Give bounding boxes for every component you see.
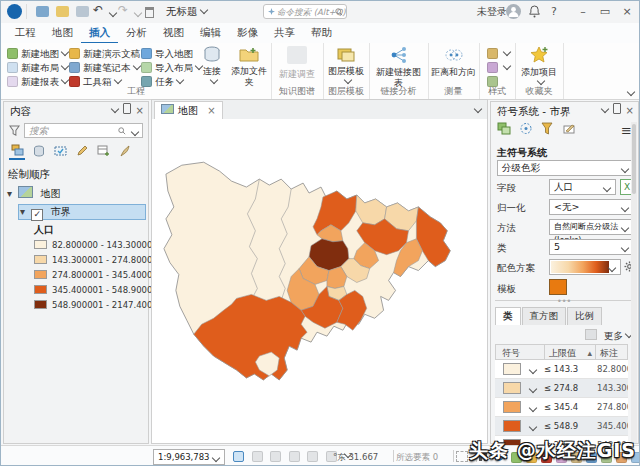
selection-box-icon[interactable] [456, 451, 468, 462]
import-map-button[interactable]: 导入地图 [141, 47, 193, 61]
column-header-upper-value[interactable]: 上限值▴ [544, 344, 596, 360]
template-swatch[interactable] [549, 279, 567, 295]
ribbon-tab-help[interactable]: 帮助 [303, 23, 340, 42]
symbol-dropdown-icon[interactable] [529, 423, 537, 431]
contents-pane-header[interactable]: 内容 × [4, 102, 148, 120]
map-view-tab[interactable]: 地图 × [154, 101, 223, 120]
undo-icon[interactable]: ↶ [93, 3, 103, 17]
close-button[interactable]: × [617, 5, 637, 18]
ribbon-tab-share[interactable]: 共享 [266, 23, 303, 42]
vary-symbology-icon[interactable] [518, 122, 534, 136]
distance-direction-button[interactable]: 距离和方向 [430, 46, 477, 78]
symbology-tab-classes[interactable]: 类 [495, 307, 521, 325]
search-options-icon[interactable] [131, 128, 139, 136]
new-notebook-button[interactable]: 新建笔记本 [69, 61, 140, 75]
list-by-editing-icon[interactable] [74, 145, 90, 159]
close-pane-icon[interactable]: × [136, 105, 144, 116]
layer-templates-button[interactable]: 图层模板 [328, 46, 364, 88]
symbology-tab-histogram[interactable]: 直方图 [522, 307, 567, 325]
new-map-button[interactable]: 新建地图 [7, 47, 68, 61]
class-symbol-swatch[interactable] [503, 401, 521, 413]
class-row[interactable]: ≤ 548.9345.400001 -... [495, 417, 628, 436]
ribbon-tab-map[interactable]: 地图 [44, 23, 81, 42]
add-item-button[interactable]: 添加项目 [521, 46, 557, 89]
connections-button[interactable]: 连接 [197, 46, 227, 88]
symbology-pane-header[interactable]: 符号系统 - 市界 × [491, 102, 638, 120]
redo-icon[interactable]: ↷ [118, 3, 128, 17]
list-by-selection-icon[interactable] [52, 145, 68, 159]
measure-tool-icon[interactable] [289, 451, 300, 462]
class-row[interactable]: ≤ 345.4274.800001 -... [495, 398, 628, 417]
filter-icon[interactable] [9, 125, 20, 136]
full-extent-icon[interactable] [252, 451, 263, 462]
ribbon-tab-project[interactable]: 工程 [7, 23, 44, 42]
tree-item-map[interactable]: ▾ 地图 [4, 186, 148, 202]
tree-item-layer[interactable]: ▾ ✓ 市界 [4, 204, 148, 220]
map-canvas[interactable] [152, 119, 487, 443]
tree-expanded-icon[interactable]: ▾ [7, 188, 12, 199]
user-avatar[interactable] [506, 4, 521, 19]
class-label[interactable]: 274.800001 -... [597, 398, 628, 417]
symbol-dropdown-icon[interactable] [529, 404, 537, 412]
list-by-labeling-icon[interactable] [95, 145, 111, 159]
new-investigation-button[interactable]: 新建调查 [279, 46, 315, 80]
symbol-filter-icon[interactable] [539, 122, 555, 136]
primary-symbology-icon[interactable] [496, 122, 512, 136]
list-by-data-source-icon[interactable] [31, 145, 47, 159]
maximize-button[interactable]: ▭ [595, 5, 615, 18]
save-as-icon[interactable] [76, 6, 89, 17]
contents-search-input[interactable]: 搜索 [24, 123, 143, 138]
column-header-label[interactable]: 标注 [595, 344, 628, 360]
select-tool-icon[interactable] [270, 451, 281, 462]
class-upper-value[interactable]: ≤ 143.3 [544, 360, 596, 379]
field-select[interactable]: 人口 [549, 179, 616, 195]
style-import-button[interactable] [487, 47, 510, 61]
new-link-chart-button[interactable]: 新建链接图表 [372, 46, 425, 89]
splitter[interactable]: ••• [495, 300, 636, 301]
command-search-input[interactable]: 命令搜索 (Alt+Q) [263, 4, 347, 19]
minimize-button[interactable]: – [573, 5, 593, 18]
method-select[interactable]: 自然间断点分级法(Jenks) [549, 219, 634, 235]
scrollbar[interactable] [631, 122, 637, 443]
ribbon-tab-imagery[interactable]: 影像 [229, 23, 266, 42]
map-scale-select[interactable]: 1:9,963,783 [153, 449, 225, 465]
pane-options-icon[interactable] [110, 105, 118, 113]
normalization-select[interactable]: <无> [549, 199, 634, 215]
style-new-button[interactable] [487, 61, 510, 75]
ribbon-tab-insert[interactable]: 插入 [81, 23, 118, 44]
class-symbol-swatch[interactable] [503, 382, 521, 394]
navigate-tool-icon[interactable] [233, 451, 244, 462]
class-label[interactable]: 143.300001 -... [597, 379, 628, 398]
new-layout-button[interactable]: 新建布局 [7, 61, 68, 75]
color-scheme-select[interactable] [549, 259, 621, 275]
close-pane-icon[interactable]: × [626, 105, 634, 116]
ribbon-tab-view[interactable]: 视图 [155, 23, 192, 42]
more-menu[interactable]: 更多 [585, 329, 632, 343]
notifications-bell-icon[interactable] [529, 5, 540, 18]
classes-select[interactable]: 5 [549, 239, 634, 255]
column-header-symbol[interactable]: 符号 [495, 344, 545, 360]
redo-dropdown-icon[interactable] [134, 9, 142, 17]
help-icon[interactable]: ? [551, 5, 557, 18]
selected-features-readout[interactable]: 所选要素 0 [396, 452, 438, 464]
project-title[interactable]: 无标题 [166, 5, 207, 19]
ribbon-tab-analysis[interactable]: 分析 [118, 23, 155, 42]
pin-icon[interactable] [123, 103, 131, 114]
class-row[interactable]: ≤ 143.382.800000 -... [495, 360, 628, 379]
class-label[interactable]: 82.800000 -... [597, 360, 628, 379]
pin-icon[interactable] [613, 103, 621, 114]
class-symbol-swatch[interactable] [503, 420, 521, 432]
class-upper-value[interactable]: ≤ 345.4 [544, 398, 596, 417]
class-symbol-swatch[interactable] [503, 363, 521, 375]
masking-icon[interactable] [561, 122, 577, 136]
new-presentation-button[interactable]: 新建演示文稿 [69, 47, 149, 61]
popup-tool-icon[interactable] [307, 451, 318, 462]
sign-in-status[interactable]: 未登录 [477, 5, 507, 19]
symbol-dropdown-icon[interactable] [529, 385, 537, 393]
layer-visibility-checkbox[interactable]: ✓ [31, 209, 43, 221]
view-tab-options-icon[interactable] [474, 105, 482, 113]
list-by-drawing-order-icon[interactable] [9, 144, 25, 160]
save-icon[interactable] [36, 6, 49, 17]
ribbon-tab-edit[interactable]: 编辑 [192, 23, 229, 42]
class-upper-value[interactable]: ≤ 548.9 [544, 417, 596, 436]
